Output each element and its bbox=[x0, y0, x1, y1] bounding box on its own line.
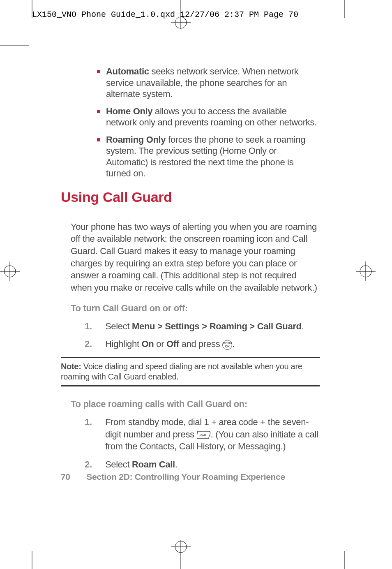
step-number: 2. bbox=[85, 458, 92, 471]
steps-turn-on-off: 1. Select Menu > Settings > Roaming > Ca… bbox=[85, 320, 320, 350]
bullet-automatic: Automatic seeks network service. When ne… bbox=[106, 66, 320, 100]
section-label: Section 2D: Controlling Your Roaming Exp… bbox=[86, 472, 285, 481]
text: or bbox=[154, 339, 166, 349]
intro-paragraph: Your phone has two ways of alerting you … bbox=[71, 221, 320, 294]
page-footer: 70 Section 2D: Controlling Your Roaming … bbox=[61, 472, 285, 482]
option-roam-call: Roam Call bbox=[132, 459, 175, 470]
step-number: 1. bbox=[85, 416, 92, 428]
text: Highlight bbox=[105, 339, 142, 349]
note-label: Note: bbox=[61, 362, 81, 371]
step-1: 1. From standby mode, dial 1 + area code… bbox=[85, 416, 320, 453]
bullet-home-only: Home Only allows you to access the avail… bbox=[106, 106, 320, 128]
roaming-mode-list: Automatic seeks network service. When ne… bbox=[106, 66, 320, 179]
note-box: Note: Voice dialing and speed dialing ar… bbox=[61, 357, 320, 386]
page-number: 70 bbox=[61, 472, 70, 481]
option-off: Off bbox=[166, 339, 179, 349]
text: and press bbox=[179, 339, 222, 349]
step-2: 2. Select Roam Call. bbox=[85, 458, 320, 471]
subheading-place-roaming-calls: To place roaming calls with Call Guard o… bbox=[71, 399, 320, 409]
text: . bbox=[302, 321, 304, 331]
section-heading-call-guard: Using Call Guard bbox=[61, 189, 320, 205]
option-on: On bbox=[142, 339, 154, 349]
text: . bbox=[232, 339, 235, 349]
subheading-turn-on-off: To turn Call Guard on or off: bbox=[71, 303, 320, 314]
svg-text:TALK: TALK bbox=[199, 433, 206, 436]
menu-path: Menu > Settings > Roaming > Call Guard bbox=[132, 321, 302, 331]
menu-ok-key-icon: MENUOK bbox=[222, 340, 232, 350]
step-number: 2. bbox=[85, 338, 92, 350]
bullet-roaming-only: Roaming Only forces the phone to seek a … bbox=[106, 134, 320, 179]
page-body: Automatic seeks network service. When ne… bbox=[32, 0, 344, 534]
steps-place-roaming: 1. From standby mode, dial 1 + area code… bbox=[85, 416, 320, 471]
talk-key-icon: TALK bbox=[197, 430, 211, 439]
text: . bbox=[175, 459, 178, 470]
text: Select bbox=[105, 321, 132, 331]
step-1: 1. Select Menu > Settings > Roaming > Ca… bbox=[85, 320, 320, 333]
text: Select bbox=[105, 459, 132, 470]
term: Automatic bbox=[106, 66, 149, 76]
note-text: Voice dialing and speed dialing are not … bbox=[61, 362, 302, 381]
term: Home Only bbox=[106, 106, 152, 116]
term: Roaming Only bbox=[106, 134, 166, 145]
step-number: 1. bbox=[85, 320, 92, 333]
step-2: 2. Highlight On or Off and press MENUOK. bbox=[85, 338, 320, 350]
